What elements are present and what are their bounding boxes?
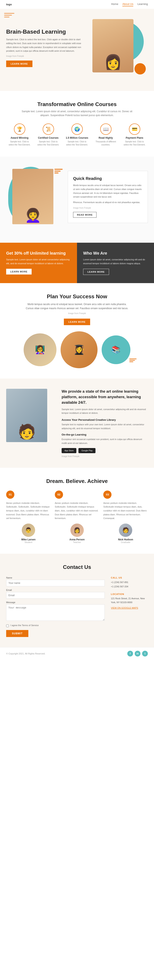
google-play-button[interactable]: Google Play	[79, 448, 95, 453]
courses-title: Transformative Online Courses	[6, 101, 148, 108]
call-info: CALL US +1 (234) 567-891 +1 (234) 567-33…	[111, 576, 148, 589]
plan-img-credit: Image from Freepik	[6, 312, 148, 315]
agree-text: I agree the Terms of Service	[10, 624, 38, 627]
always-section2-title: On-the-go Learning	[62, 433, 148, 436]
dream-num-3: 03	[103, 490, 111, 499]
hero-learn-more-button[interactable]: LEARN MORE	[6, 60, 32, 67]
social-linkedin-icon[interactable]: in	[135, 651, 140, 657]
plan-waves	[129, 359, 136, 362]
million-title: 1.5 Million Courses	[66, 137, 88, 139]
qr-content: Quick Reading Morbi tempus iaculis urna …	[68, 165, 148, 234]
qr-body1: Morbi tempus iaculis urna id volutpat la…	[73, 183, 143, 199]
certified-title: Certified Courses	[38, 137, 59, 139]
plan-img-3: 📚	[102, 336, 130, 364]
hero-person: 👩	[92, 19, 133, 72]
courses-section: Transformative Online Courses Sample tex…	[0, 91, 154, 156]
agree-checkbox[interactable]	[6, 624, 9, 627]
nav-links: Home About Us Learning	[111, 2, 148, 6]
map-link[interactable]: VIEW ON GOOGLE MAPS	[111, 607, 138, 609]
call-title: CALL US	[111, 576, 148, 579]
always-body: Sample text. Lorem ipsum dolor sit amet,…	[62, 407, 148, 415]
submit-button[interactable]: SUBMIT	[6, 630, 28, 637]
dream-body-2: Aenec pretium molestie interdum. Sollici…	[55, 501, 99, 520]
dream-item-2: 02 Aenec pretium molestie interdum. Soll…	[55, 490, 99, 543]
dream-body-1: Aenec pretium molestie interdum. Sollici…	[6, 501, 51, 520]
banner-right-body: Lorem ipsum dolor sit amet, consectetur …	[83, 258, 148, 265]
dream-item-1: 01 Aenec pretium molestie interdum. Soll…	[6, 490, 51, 543]
social-facebook-icon[interactable]: f	[127, 651, 133, 657]
name-input[interactable]	[6, 580, 105, 586]
contact-title: Contact Us	[6, 564, 148, 570]
nav-learning[interactable]: Learning	[137, 2, 148, 6]
read-title: Read Highly	[99, 137, 113, 139]
always-title: We provide a state of the art online lea…	[62, 389, 148, 406]
always-section1-body: Sample text to replace with your own tex…	[62, 423, 148, 430]
qr-read-more-button[interactable]: READ MORE	[73, 212, 96, 218]
plan-learn-more-button[interactable]: LEARN MORE	[64, 318, 90, 325]
phone1: +1 (234) 567-891	[111, 580, 148, 584]
always-content: We provide a state of the art online lea…	[62, 389, 148, 458]
footer-copyright: © Copyright 2021. All Rights Reserved.	[6, 652, 45, 655]
email-input[interactable]	[6, 592, 105, 599]
read-icon: 📖	[100, 124, 111, 135]
phone2: +1 (234) 567-334	[111, 584, 148, 589]
contact-inner: Name Email Message I agree the Terms of …	[6, 576, 148, 637]
hero-image-area: 👩	[90, 17, 148, 79]
nav-home[interactable]: Home	[111, 2, 118, 6]
payment-desc: Sample text. Click to select the Test El…	[123, 140, 146, 146]
award-icon: 🏆	[14, 124, 25, 135]
hero-img-credit: Image from Freepik	[6, 55, 84, 57]
banner-left-title: Get 30% off Unlimited learning	[6, 251, 71, 256]
plan-section: Plan Your Success Now Morbi tempus iacul…	[0, 283, 154, 379]
banner-right: Who We Are Lorem ipsum dolor sit amet, c…	[77, 243, 154, 283]
nav-about[interactable]: About Us	[122, 2, 133, 6]
always-image-area: 🧑	[6, 389, 55, 442]
social-twitter-icon[interactable]: t	[142, 651, 148, 657]
dream-avatar-1: 👨 Mike Larsen Student	[6, 523, 51, 543]
feature-read: 📖 Read Highly Thousands of different cou…	[95, 124, 117, 146]
award-title: Award Winning	[11, 137, 29, 139]
avatar-role-2: Teacher	[73, 541, 81, 543]
dream-section: Dream. Believe. Achieve 01 Aenec pretium…	[0, 468, 154, 554]
plan-img-2: 👩‍🎓	[61, 331, 98, 368]
plan-wave-container: 📚	[102, 336, 130, 364]
nav-logo[interactable]: logo	[6, 3, 12, 6]
dream-num-1: 01	[6, 490, 14, 499]
plan-img-1: 👩‍🏫	[24, 333, 56, 366]
plan-title: Plan Your Success Now	[6, 293, 148, 300]
avatar-name-2: Anna Person	[69, 538, 85, 541]
banner-row: Get 30% off Unlimited learning Sample te…	[0, 243, 154, 283]
avatar-name-1: Mike Larsen	[21, 538, 35, 541]
location-title: LOCATION	[111, 593, 148, 595]
app-store-button[interactable]: App Store	[62, 448, 76, 453]
qr-person: 👩‍🦱	[12, 169, 53, 224]
qr-box: Quick Reading Morbi tempus iaculis urna …	[68, 171, 148, 223]
message-field-group: Message	[6, 601, 105, 622]
qr-image-area: 👩‍🦱	[6, 165, 64, 234]
feature-million: 🌍 1.5 Million Courses Sample text. Click…	[66, 124, 88, 146]
message-textarea[interactable]	[6, 605, 105, 621]
dream-num-2: 02	[55, 490, 63, 499]
avatar-img-2: 👩	[71, 523, 84, 537]
award-desc: Sample text. Click to select the Test El…	[8, 140, 31, 146]
million-icon: 🌍	[71, 124, 83, 135]
contact-section: Contact Us Name Email Message I agree th…	[0, 554, 154, 647]
qr-body2: Rhoncus. Fermentum iaculis ut aliquot id…	[73, 200, 143, 204]
hero-content: Brain-Based Learning Sample text. Click …	[6, 29, 84, 67]
banner-left-btn[interactable]: LEARN MORE	[6, 269, 32, 275]
footer: © Copyright 2021. All Rights Reserved. f…	[0, 647, 154, 660]
certified-desc: Sample text. Click to select the Test El…	[37, 140, 59, 146]
feature-payment: 💳 Payment Plans Sample text. Click to se…	[123, 124, 146, 146]
hero-body: Sample text. Click to select the text bo…	[6, 38, 84, 53]
plan-body: Morbi tempus iaculis urna id volutpat la…	[24, 302, 130, 310]
dream-title: Dream. Believe. Achieve	[6, 478, 148, 484]
avatar-img-1: 👨	[22, 523, 35, 537]
name-field-group: Name	[6, 576, 105, 586]
qr-title: Quick Reading	[73, 176, 143, 181]
social-icons: f in t	[127, 651, 148, 657]
banner-left-body: Sample text. Lorem ipsum dolor sit amet …	[6, 258, 71, 265]
message-label: Message	[6, 601, 105, 603]
address: 121 Rock Street, 21 Avenue, New York, NY…	[111, 597, 148, 604]
banner-right-btn[interactable]: LEARN MORE	[83, 269, 109, 275]
feature-award: 🏆 Award Winning Sample text. Click to se…	[8, 124, 31, 146]
